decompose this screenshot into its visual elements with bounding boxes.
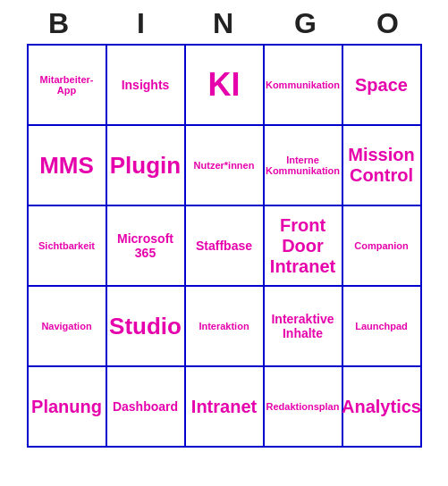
bingo-cell-22: Intranet [186,367,265,448]
bingo-cell-13: Front Door Intranet [265,206,343,287]
bingo-letter-g: G [269,7,344,40]
bingo-cell-23: Redaktionsplan [265,367,343,448]
bingo-cell-12: Staffbase [186,206,265,287]
bingo-cell-21: Dashboard [107,367,186,448]
bingo-cell-15: Navigation [29,287,107,367]
bingo-cell-7: Nutzer*innen [186,126,265,206]
bingo-header: BINGO [19,0,430,44]
bingo-grid: Mitarbeiter-AppInsightsKIKommunikationSp… [27,44,422,448]
bingo-cell-9: Mission Control [343,126,422,206]
bingo-cell-19: Launchpad [343,287,422,367]
bingo-cell-8: Interne Kommunikation [265,126,343,206]
bingo-cell-2: KI [186,46,265,126]
bingo-cell-14: Companion [343,206,422,287]
bingo-letter-b: B [22,7,97,40]
bingo-cell-18: Interaktive Inhalte [265,287,343,367]
bingo-cell-3: Kommunikation [265,46,343,126]
bingo-cell-10: Sichtbarkeit [29,206,107,287]
bingo-letter-n: N [187,7,262,40]
bingo-cell-5: MMS [29,126,107,206]
bingo-cell-24: Analytics [343,367,422,448]
bingo-cell-1: Insights [107,46,186,126]
bingo-letter-o: O [351,7,427,40]
bingo-cell-11: Microsoft 365 [107,206,186,287]
bingo-cell-4: Space [343,46,422,126]
bingo-cell-20: Planung [29,367,107,448]
bingo-cell-16: Studio [107,287,186,367]
bingo-cell-6: Plugin [107,126,186,206]
bingo-letter-i: I [105,7,180,40]
bingo-cell-17: Interaktion [186,287,265,367]
bingo-cell-0: Mitarbeiter-App [29,46,107,126]
